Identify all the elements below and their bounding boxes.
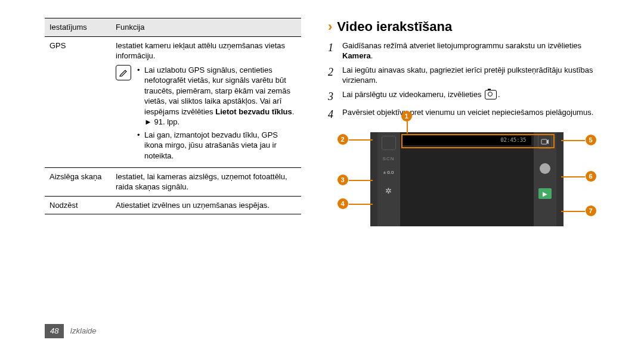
section-heading: › Video ierakstīšana bbox=[328, 18, 605, 36]
setting-name: Nodzēst bbox=[45, 196, 111, 214]
right-column: › Video ierakstīšana 1 Gaidīšanas režīmā… bbox=[328, 18, 605, 226]
gps-intro: Iestatiet kameru iekļaut attēlu uzņemšan… bbox=[116, 40, 296, 61]
note-item: Lai gan, izmantojot bezvadu tīklu, GPS i… bbox=[137, 130, 296, 161]
step-item: 3 Lai pārslēgtu uz videokameru, izvēliet… bbox=[328, 89, 605, 104]
step-text: Lai pārslēgtu uz videokameru, izvēlietie… bbox=[342, 89, 500, 100]
callout-5: 5 bbox=[586, 135, 596, 145]
setting-desc: Iestatiet, lai kameras aizslēgs, uzņemot… bbox=[111, 167, 301, 196]
callout-1: 1 bbox=[401, 111, 412, 121]
gps-notes: Lai uzlabotu GPS signālus, centieties ne… bbox=[137, 65, 296, 164]
callout-2: 2 bbox=[338, 134, 348, 145]
callout-3: 3 bbox=[338, 174, 348, 185]
table-header-row: Iestatījums Funkcija bbox=[45, 18, 301, 37]
callout-line bbox=[561, 211, 585, 212]
manual-page: Iestatījums Funkcija GPS Iestatiet kamer… bbox=[0, 0, 644, 349]
chevron-icon: › bbox=[328, 18, 332, 36]
camera-icon bbox=[485, 90, 497, 99]
step-item: 1 Gaidīšanas režīmā atveriet lietojumpro… bbox=[328, 40, 605, 61]
page-footer: 48 Izklaide bbox=[45, 324, 97, 338]
gear-icon: ✲ bbox=[377, 186, 400, 197]
step-item: 2 Lai iegūtu ainavas skatu, pagrieziet i… bbox=[328, 65, 605, 86]
setting-name: GPS bbox=[45, 36, 111, 167]
callout-4: 4 bbox=[338, 198, 348, 209]
callout-line bbox=[407, 121, 408, 133]
section-title: Video ierakstīšana bbox=[337, 18, 452, 36]
gallery-play-icon: ▶ bbox=[538, 188, 552, 199]
callout-line bbox=[561, 140, 585, 141]
callout-line bbox=[349, 204, 373, 205]
table-row: GPS Iestatiet kameru iekļaut attēlu uzņe… bbox=[45, 36, 301, 167]
col-function: Funkcija bbox=[111, 18, 301, 37]
steps-list: 1 Gaidīšanas režīmā atveriet lietojumpro… bbox=[328, 40, 605, 122]
step-number: 1 bbox=[328, 40, 336, 55]
step-item: 4 Pavērsiet objektīvu pret vienumu un ve… bbox=[328, 107, 605, 121]
step-number: 3 bbox=[328, 89, 336, 104]
chapter-name: Izklaide bbox=[70, 326, 96, 336]
settings-table-wrapper: Iestatījums Funkcija GPS Iestatiet kamer… bbox=[45, 18, 301, 226]
record-button-icon bbox=[540, 163, 550, 174]
table-row: Aizslēga skaņa Iestatiet, lai kameras ai… bbox=[45, 167, 301, 196]
camcorder-illustration: 320240 SCN ± 0.0 ✲ ▶ bbox=[328, 132, 605, 226]
setting-desc: Iestatiet kameru iekļaut attēlu uzņemšan… bbox=[111, 36, 301, 167]
step-number: 2 bbox=[328, 65, 336, 79]
exposure-value: ± 0.0 bbox=[377, 170, 400, 176]
setting-desc: Atiestatiet izvēlnes un uzņemšanas iespē… bbox=[111, 196, 301, 214]
step-text: Gaidīšanas režīmā atveriet lietojumprogr… bbox=[342, 40, 605, 61]
callout-line bbox=[349, 139, 373, 141]
note-icon bbox=[116, 65, 131, 80]
note-item: Lai uzlabotu GPS signālus, centieties ne… bbox=[137, 65, 296, 127]
settings-table: Iestatījums Funkcija GPS Iestatiet kamer… bbox=[45, 18, 301, 214]
callout-7: 7 bbox=[586, 205, 596, 216]
callout-line bbox=[349, 180, 373, 181]
step-text: Pavērsiet objektīvu pret vienumu un veic… bbox=[342, 107, 593, 118]
table-row: Nodzēst Atiestatiet izvēlnes un uzņemšan… bbox=[45, 196, 301, 214]
col-setting: Iestatījums bbox=[45, 18, 111, 37]
scene-mode-label: SCN bbox=[377, 156, 400, 163]
callout-frame-1 bbox=[401, 134, 555, 148]
callout-6: 6 bbox=[586, 171, 596, 182]
step-number: 4 bbox=[328, 107, 336, 121]
left-toolbar: 320240 SCN ± 0.0 ✲ bbox=[377, 132, 400, 226]
resolution-icon: 320240 bbox=[382, 136, 396, 150]
callout-line bbox=[561, 176, 585, 177]
setting-name: Aizslēga skaņa bbox=[45, 167, 111, 196]
step-text: Lai iegūtu ainavas skatu, pagrieziet ier… bbox=[342, 65, 605, 86]
page-number: 48 bbox=[45, 324, 64, 338]
